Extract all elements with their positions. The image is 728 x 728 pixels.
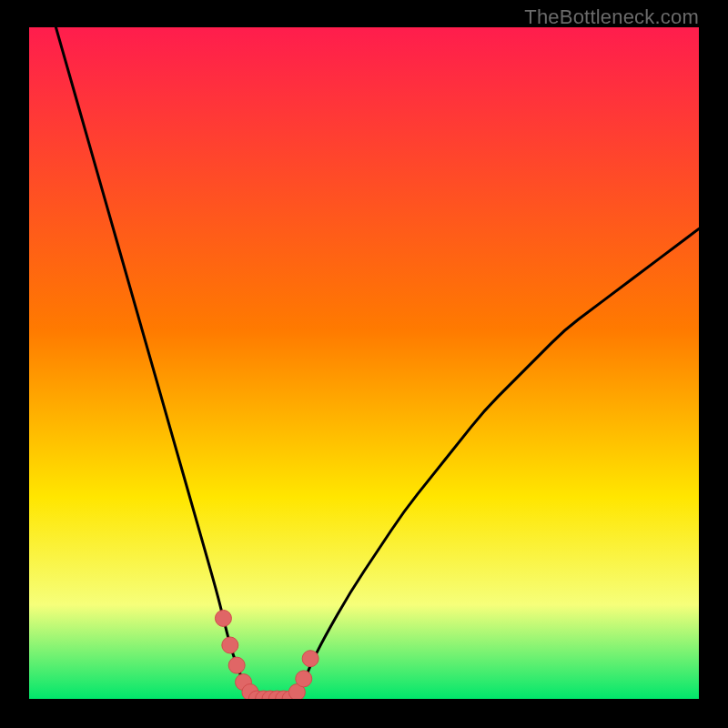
trough-marker [296,671,312,687]
right-curve [290,228,699,699]
trough-marker [228,657,245,673]
watermark-label: TheBottleneck.com [524,5,699,29]
chart-svg [29,27,699,699]
trough-marker [222,637,238,653]
trough-markers [215,610,318,699]
left-curve [56,27,257,699]
chart-frame: TheBottleneck.com [0,0,728,728]
trough-marker [215,610,231,626]
plot-area [29,27,699,699]
trough-marker [302,651,318,667]
